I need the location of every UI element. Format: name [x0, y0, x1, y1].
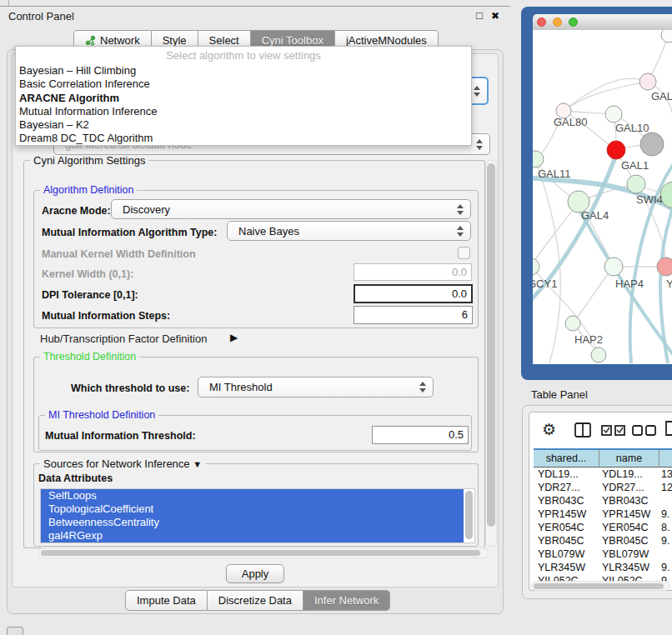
table-row[interactable]: YBL079WYBL079W	[534, 548, 672, 561]
column-header-name[interactable]: name	[599, 450, 659, 468]
top-tick	[8, 0, 9, 6]
algorithm-option[interactable]: Bayesian – Hill Climbing	[16, 64, 471, 78]
hub-expand-arrow-icon[interactable]: ▶	[230, 332, 238, 343]
threshold-definition-title: Threshold Definition	[40, 351, 139, 362]
algorithm-definition-title: Algorithm Definition	[40, 184, 137, 196]
selected-attributes-block[interactable]: SelfLoops TopologicalCoefficient Between…	[41, 489, 464, 542]
node-gcy1[interactable]	[533, 258, 539, 275]
which-threshold-value: MI Threshold	[198, 381, 416, 393]
data-attributes-list[interactable]: SelfLoops TopologicalCoefficient Between…	[40, 488, 475, 543]
mini-panel-button[interactable]	[7, 627, 23, 635]
top-divider	[0, 6, 510, 7]
algorithm-option[interactable]: Mutual Information Inference	[16, 105, 471, 118]
node-gal[interactable]	[639, 73, 656, 90]
node-gal1-selected[interactable]	[607, 141, 625, 159]
node-gray[interactable]	[640, 132, 664, 156]
node[interactable]	[661, 30, 672, 42]
table-rows: YDL19...YDL19...13 YDR27...YDR27...12 YB…	[534, 468, 672, 583]
combo-arrows-icon	[473, 139, 486, 150]
column-header-partial[interactable]	[659, 450, 672, 468]
attribute-item[interactable]: gal4RGexp	[41, 529, 464, 542]
close-panel-icon[interactable]: ✖	[491, 10, 499, 22]
network-graph[interactable]: GAL GAL80 GAL10 GAL1 GAL11 SWI4 GAL4 GCY…	[533, 30, 672, 364]
table-row[interactable]: YDR27...YDR27...12	[534, 481, 672, 494]
kernel-width-field: 0.0	[354, 263, 472, 281]
mi-type-combo[interactable]: Naive Bayes	[227, 221, 471, 241]
data-attributes-label: Data Attributes	[38, 472, 113, 484]
hub-definition-label[interactable]: Hub/Transcription Factor Definition	[40, 332, 207, 345]
node-pink[interactable]	[657, 258, 672, 276]
algorithm-option[interactable]: Bayesian – K2	[16, 118, 471, 132]
column-header-shared-name[interactable]: shared...	[534, 450, 599, 468]
control-panel: Control Panel □ ✖ Network Style Select C…	[0, 0, 510, 635]
algorithm-option[interactable]: Dream8 DC_TDC Algorithm	[16, 132, 471, 145]
node-label: GAL	[651, 90, 672, 102]
dpi-tolerance-field[interactable]: 0.0	[354, 284, 473, 303]
node-label: GAL10	[615, 122, 649, 134]
aracne-mode-value: Discovery	[112, 203, 454, 216]
node[interactable]	[591, 348, 606, 362]
table-row[interactable]: YDL19...YDL19...13	[534, 468, 672, 481]
select-all-checkboxes-icon[interactable]	[601, 425, 626, 436]
table-panel-title: Table Panel	[531, 388, 588, 401]
apply-button[interactable]: Apply	[226, 564, 284, 583]
tab-discretize-data-label: Discretize Data	[218, 592, 292, 610]
node-label: GAL4	[581, 209, 609, 222]
attribute-item[interactable]: SelfLoops	[41, 489, 464, 502]
manual-kernel-checkbox[interactable]	[458, 247, 470, 259]
table-row[interactable]: YBR045CYBR045C9.	[534, 534, 672, 548]
node-label: GAL11	[538, 168, 571, 180]
tab-infer-network[interactable]: Infer Network	[303, 590, 390, 611]
tab-impute-data-label: Impute Data	[137, 592, 196, 610]
node-label: SWI4	[636, 193, 663, 206]
table-gear-icon[interactable]: ⚙	[542, 420, 556, 439]
algorithm-option-selected[interactable]: ARACNE Algorithm	[16, 92, 471, 105]
attribute-item[interactable]: BetweennessCentrality	[41, 516, 464, 529]
manual-kernel-label: Manual Kernel Width Definition	[42, 248, 196, 260]
sources-group-title[interactable]: Sources for Network Inference ▼	[40, 458, 205, 470]
control-panel-title: Control Panel	[8, 10, 74, 22]
node-label: HAP2	[574, 333, 603, 346]
which-threshold-label: Which threshold to use:	[71, 382, 189, 394]
algorithm-placeholder: Select algorithm to view settings	[16, 47, 471, 64]
node-label: GAL1	[621, 159, 649, 172]
node-hap2[interactable]	[565, 316, 580, 331]
table-hscrollbar-thumb[interactable]	[534, 583, 664, 589]
minimize-window-icon[interactable]	[553, 18, 562, 27]
combo-arrows-icon	[454, 226, 467, 237]
aracne-mode-label: Aracne Mode:	[42, 205, 111, 217]
mi-steps-field[interactable]: 6	[354, 306, 473, 324]
node-swi4[interactable]	[627, 175, 645, 193]
float-panel-icon[interactable]: □	[476, 9, 483, 22]
aracne-mode-combo[interactable]: Discovery	[111, 199, 471, 219]
teal-edges	[533, 155, 672, 363]
split-columns-icon[interactable]	[574, 422, 592, 438]
dpi-tolerance-label: DPI Tolerance [0,1]:	[42, 289, 138, 301]
close-window-icon[interactable]	[537, 18, 546, 27]
node-label: HAP4	[615, 278, 644, 290]
tab-impute-data[interactable]: Impute Data	[125, 590, 208, 611]
node-gal10[interactable]	[605, 106, 622, 122]
settings-hscrollbar-thumb[interactable]	[41, 550, 480, 556]
sources-collapse-arrow-icon[interactable]: ▼	[193, 459, 202, 469]
node-label: GAL80	[554, 116, 587, 128]
mi-threshold-field[interactable]: 0.5	[372, 426, 469, 444]
tab-discretize-data[interactable]: Discretize Data	[208, 590, 303, 611]
sources-title-text: Sources for Network Inference	[43, 458, 190, 470]
node-hap4[interactable]	[604, 258, 623, 276]
settings-vscrollbar-thumb[interactable]	[487, 163, 495, 527]
table-row[interactable]: YER054CYER054C8.	[534, 521, 672, 534]
deselect-all-checkboxes-icon[interactable]	[632, 425, 657, 436]
algorithm-option[interactable]: Basic Correlation Inference	[16, 78, 471, 91]
table-row[interactable]: YLR345WYLR345W9.	[534, 561, 672, 574]
network-window-titlebar[interactable]	[533, 14, 672, 31]
table-row[interactable]: YBR043CYBR043C	[534, 494, 672, 508]
network-canvas[interactable]: GAL GAL80 GAL10 GAL1 GAL11 SWI4 GAL4 GCY…	[533, 30, 672, 364]
attributes-vscrollbar-thumb[interactable]	[465, 491, 473, 539]
attribute-item[interactable]: TopologicalCoefficient	[41, 502, 464, 516]
which-threshold-combo[interactable]: MI Threshold	[198, 377, 434, 398]
zoom-window-icon[interactable]	[569, 18, 578, 27]
table-row[interactable]: YPR145WYPR145W9.	[534, 508, 672, 521]
new-table-icon[interactable]	[664, 420, 672, 437]
application-window: { "control_panel": { "title": "Control P…	[0, 0, 672, 635]
